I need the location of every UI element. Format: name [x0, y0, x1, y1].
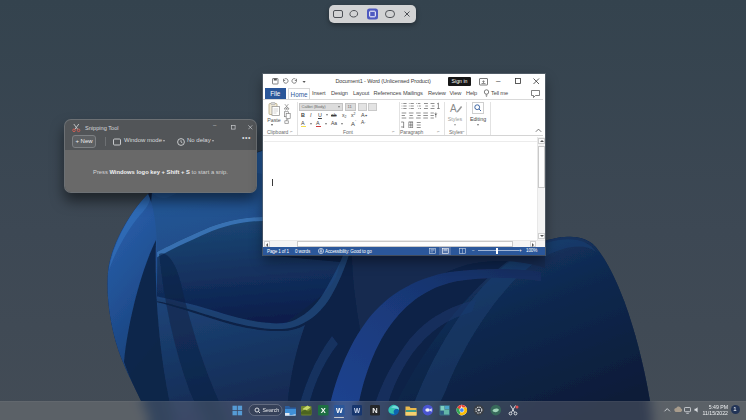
svg-text:W: W	[354, 407, 361, 414]
svg-text:Search: Search	[263, 407, 280, 413]
svg-text:X: X	[321, 406, 326, 415]
svg-text:N: N	[372, 406, 377, 415]
svg-text:A: A	[450, 103, 457, 114]
svg-text:W: W	[336, 407, 343, 414]
